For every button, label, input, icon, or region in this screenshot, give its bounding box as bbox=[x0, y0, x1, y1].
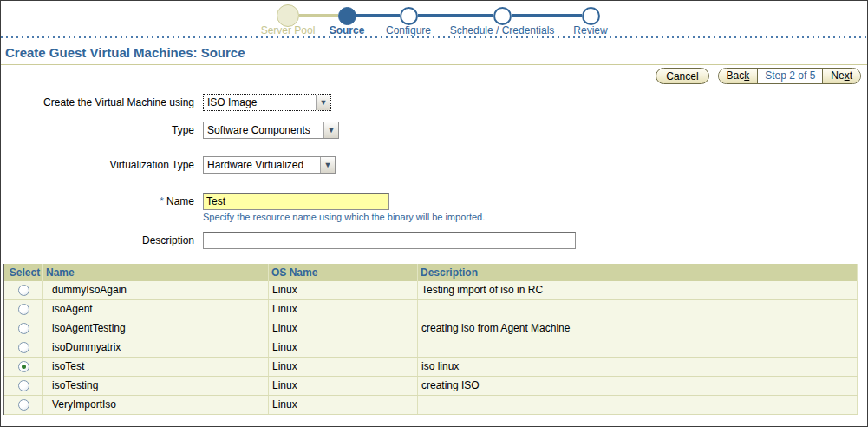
create-using-value: ISO Image bbox=[204, 96, 316, 108]
next-button[interactable]: Next bbox=[822, 69, 860, 83]
back-accesskey: k bbox=[744, 69, 749, 82]
virtualization-type-label: Virtualization Type bbox=[1, 159, 194, 171]
next-label-suffix: t bbox=[850, 69, 852, 82]
table-row: isoTesting Linux creating ISO bbox=[4, 377, 858, 396]
train-connector bbox=[356, 14, 400, 17]
create-using-label: Create the Virtual Machine using bbox=[1, 96, 194, 108]
name-cell: isoTest bbox=[43, 358, 269, 376]
name-cell: isoDummyatrix bbox=[43, 338, 269, 357]
field-row-create-using: Create the Virtual Machine using ISO Ima… bbox=[1, 94, 331, 111]
name-cell: VeryImportIso bbox=[43, 396, 269, 414]
train-step-review: Review bbox=[573, 24, 607, 36]
select-cell bbox=[4, 281, 43, 299]
back-next-group: Back Step 2 of 5 Next bbox=[718, 68, 861, 84]
os-name-cell: Linux bbox=[269, 319, 418, 338]
name-cell: dummyIsoAgain bbox=[43, 281, 269, 299]
row-radio[interactable] bbox=[18, 342, 29, 353]
os-name-cell: Linux bbox=[269, 377, 418, 395]
name-cell: isoAgent bbox=[43, 300, 269, 319]
field-row-description: Description bbox=[1, 232, 576, 249]
select-cell bbox=[4, 319, 43, 338]
virtualization-type-select[interactable]: Hardware Virtualized ▼ bbox=[203, 156, 336, 174]
next-label: Ne bbox=[831, 69, 844, 82]
os-name-cell: Linux bbox=[269, 358, 418, 376]
train-connector bbox=[418, 14, 493, 17]
row-radio[interactable] bbox=[18, 380, 29, 391]
train-step-server-pool[interactable]: Server Pool bbox=[261, 24, 316, 36]
select-cell bbox=[4, 338, 43, 357]
train-step-icon-configure bbox=[400, 7, 418, 25]
row-radio[interactable] bbox=[18, 323, 29, 334]
type-value: Software Components bbox=[204, 124, 323, 136]
column-header-select: Select bbox=[4, 264, 43, 281]
train-connector bbox=[299, 14, 338, 17]
os-name-cell: Linux bbox=[269, 281, 418, 299]
field-row-type: Type Software Components ▼ bbox=[1, 122, 339, 139]
train-step-icon-review bbox=[582, 7, 600, 25]
field-row-name: *Name bbox=[1, 193, 389, 210]
description-cell bbox=[418, 338, 858, 357]
select-cell bbox=[4, 377, 43, 395]
type-label: Type bbox=[1, 124, 194, 136]
train-step-configure: Configure bbox=[386, 24, 431, 36]
required-marker: * bbox=[160, 195, 164, 207]
create-using-select[interactable]: ISO Image ▼ bbox=[203, 94, 331, 111]
name-label-text: Name bbox=[166, 195, 194, 207]
train-step-schedule-credentials: Schedule / Credentials bbox=[450, 24, 555, 36]
description-label: Description bbox=[1, 234, 194, 246]
page-title: Create Guest Virtual Machines: Source bbox=[5, 45, 245, 60]
name-input[interactable] bbox=[203, 193, 389, 210]
chevron-down-icon[interactable]: ▼ bbox=[323, 122, 338, 138]
row-radio[interactable] bbox=[18, 304, 29, 315]
cancel-button[interactable]: Cancel bbox=[656, 68, 708, 84]
table-row: dummyIsoAgain Linux Testing import of is… bbox=[4, 281, 858, 300]
virtualization-type-value: Hardware Virtualized bbox=[204, 159, 320, 171]
table-header-row: Select Name OS Name Description bbox=[4, 264, 858, 281]
type-select[interactable]: Software Components ▼ bbox=[203, 122, 339, 139]
wizard-page: Server Pool Source Configure Schedule / … bbox=[0, 0, 868, 427]
row-radio[interactable] bbox=[18, 285, 29, 296]
wizard-train: Server Pool Source Configure Schedule / … bbox=[245, 3, 626, 36]
select-cell bbox=[4, 396, 43, 414]
dotted-separator bbox=[1, 36, 867, 38]
chevron-down-icon[interactable]: ▼ bbox=[320, 157, 335, 173]
description-cell: creating ISO bbox=[418, 377, 858, 395]
name-cell: isoTesting bbox=[43, 377, 269, 395]
step-indicator: Step 2 of 5 bbox=[758, 69, 822, 83]
os-name-cell: Linux bbox=[269, 300, 418, 319]
column-header-os-name: OS Name bbox=[269, 264, 418, 281]
wizard-nav: Cancel Back Step 2 of 5 Next bbox=[656, 68, 861, 84]
back-button[interactable]: Back bbox=[719, 69, 759, 83]
description-cell bbox=[418, 300, 858, 319]
select-cell bbox=[4, 358, 43, 376]
title-rule bbox=[1, 64, 867, 65]
column-header-description: Description bbox=[418, 264, 858, 281]
name-label: *Name bbox=[1, 195, 194, 207]
table-row: VeryImportIso Linux bbox=[4, 396, 858, 415]
train-connector bbox=[512, 14, 582, 17]
table-row-selected: isoTest Linux iso linux bbox=[4, 358, 858, 377]
field-row-virtualization-type: Virtualization Type Hardware Virtualized… bbox=[1, 156, 336, 174]
description-input[interactable] bbox=[203, 232, 576, 249]
description-cell: Testing import of iso in RC bbox=[418, 281, 858, 299]
row-radio[interactable] bbox=[18, 399, 29, 411]
description-cell: creating iso from Agent Machine bbox=[418, 319, 858, 338]
os-name-cell: Linux bbox=[269, 338, 418, 357]
train-step-icon-schedule-credentials bbox=[493, 7, 512, 25]
description-cell bbox=[418, 396, 858, 414]
table-row: isoAgentTesting Linux creating iso from … bbox=[4, 319, 858, 338]
table-row: isoDummyatrix Linux bbox=[4, 338, 858, 358]
name-field-hint: Specify the resource name using which th… bbox=[203, 212, 485, 222]
table-row: isoAgent Linux bbox=[4, 300, 858, 319]
name-cell: isoAgentTesting bbox=[43, 319, 269, 338]
os-name-cell: Linux bbox=[269, 396, 418, 414]
back-label: Bac bbox=[727, 69, 745, 82]
iso-resource-table: Select Name OS Name Description dummyIso… bbox=[3, 264, 858, 415]
train-step-source: Source bbox=[330, 24, 365, 36]
select-cell bbox=[4, 300, 43, 319]
train-step-icon-source bbox=[338, 7, 356, 25]
column-header-name: Name bbox=[43, 264, 269, 281]
description-cell: iso linux bbox=[418, 358, 858, 376]
row-radio-selected[interactable] bbox=[18, 361, 29, 372]
chevron-down-icon[interactable]: ▼ bbox=[316, 95, 330, 110]
